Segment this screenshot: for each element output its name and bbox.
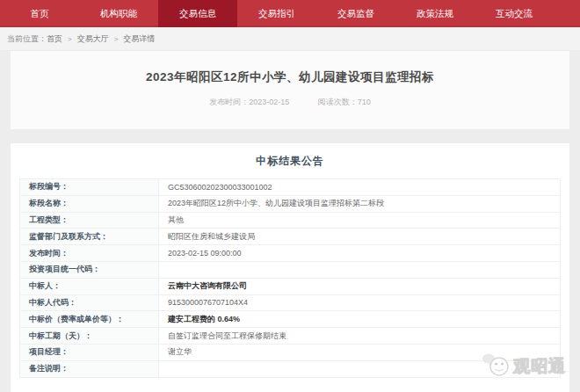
publish-time-value: 2023-02-15 [249, 98, 289, 106]
table-row: 中标人： 云南中大咨询有限公司 [20, 278, 561, 294]
table-row: 监督部门及联系方式： 昭阳区住房和城乡建设局 [20, 229, 561, 245]
nav-item-interaction[interactable]: 互动交流 [475, 0, 554, 27]
page: 首页 机构职能 交易信息 交易指引 交易监督 政策法规 互动交流 当前位置： 首… [0, 0, 580, 392]
read-count-label: 阅读次数： [318, 98, 358, 106]
table-row: 备注说明： [20, 360, 561, 377]
row-label: 项目经理： [20, 344, 159, 360]
breadcrumb-separator: > [68, 35, 72, 43]
table-row: 发布时间： 2023-02-15 09:00:00 [20, 245, 561, 262]
row-value [159, 360, 561, 377]
nav-item-home[interactable]: 首页 [0, 0, 79, 27]
breadcrumb-item-trade-hall[interactable]: 交易大厅 [77, 33, 109, 45]
table-row: 投资项目统一代码： [20, 261, 561, 278]
table-row: 工程类型： 其他 [20, 212, 561, 229]
row-label: 标段名称： [20, 195, 159, 212]
breadcrumb-separator: > [114, 35, 119, 43]
row-value: 9153000076707104X4 [159, 294, 561, 311]
table-row: 中标价（费率或单价等）： 建安工程费的 0.64% [20, 311, 561, 328]
breadcrumb-item-trade-detail: 交易详情 [123, 33, 155, 45]
row-value: 建安工程费的 0.64% [159, 311, 561, 328]
row-label: 中标人： [20, 278, 159, 294]
row-value [159, 261, 561, 278]
publish-time-label: 发布时间： [209, 98, 249, 106]
read-count: 阅读次数：710 [318, 97, 371, 108]
row-value: 2023年昭阳区12所中小学、幼儿园建设项目监理招标第二标段 [159, 195, 561, 212]
table-row: 中标人代码： 9153000076707104X4 [20, 294, 561, 311]
nav-item-trade-info[interactable]: 交易信息 [158, 0, 237, 27]
article-header: 2023年昭阳区12所中小学、幼儿园建设项目监理招标 发布时间：2023-02-… [11, 51, 569, 129]
publish-time: 发布时间：2023-02-15 [209, 97, 289, 108]
table-row: 标段编号： GC530600202300033001002 [20, 179, 561, 196]
row-label: 中标人代码： [20, 294, 159, 311]
row-label: 监督部门及联系方式： [20, 229, 159, 245]
row-value: 自签订监理合同至工程保修期结束 [159, 328, 561, 345]
announcement-heading: 中标结果公告 [19, 154, 561, 168]
spacer-band [11, 129, 569, 143]
announcement-card: 中标结果公告 标段编号： GC530600202300033001002 标段名… [11, 143, 569, 392]
row-label: 工程类型： [20, 212, 159, 229]
nav-item-trade-supervision[interactable]: 交易监督 [316, 0, 395, 27]
breadcrumb-prefix: 当前位置： [7, 33, 47, 45]
row-value: 2023-02-15 09:00:00 [159, 245, 561, 262]
row-label: 投资项目统一代码： [20, 261, 159, 278]
row-label: 中标工期（天）： [20, 328, 159, 345]
breadcrumb: 当前位置： 首页 > 交易大厅 > 交易详情 [0, 27, 580, 51]
row-label: 备注说明： [20, 360, 159, 377]
row-label: 标段编号： [20, 179, 159, 196]
table-row: 中标工期（天）： 自签订监理合同至工程保修期结束 [20, 328, 561, 345]
bid-result-table: 标段编号： GC530600202300033001002 标段名称： 2023… [19, 178, 561, 378]
row-value: 谢立华 [159, 344, 561, 360]
read-count-value: 710 [358, 98, 371, 106]
table-row: 标段名称： 2023年昭阳区12所中小学、幼儿园建设项目监理招标第二标段 [20, 195, 561, 212]
row-label: 中标价（费率或单价等）： [20, 311, 159, 328]
nav-item-functions[interactable]: 机构职能 [79, 0, 158, 27]
row-value: 其他 [159, 212, 561, 229]
table-row: 项目经理： 谢立华 [20, 344, 561, 360]
page-title: 2023年昭阳区12所中小学、幼儿园建设项目监理招标 [11, 69, 569, 85]
top-nav: 首页 机构职能 交易信息 交易指引 交易监督 政策法规 互动交流 [0, 0, 580, 27]
breadcrumb-item-home[interactable]: 首页 [47, 33, 62, 45]
nav-item-policies[interactable]: 政策法规 [395, 0, 475, 27]
row-label: 发布时间： [20, 245, 159, 262]
row-value: GC530600202300033001002 [159, 179, 561, 196]
nav-item-trade-guide[interactable]: 交易指引 [237, 0, 316, 27]
row-value: 云南中大咨询有限公司 [159, 278, 561, 294]
article-meta: 发布时间：2023-02-15 阅读次数：710 [11, 97, 569, 108]
row-value: 昭阳区住房和城乡建设局 [159, 229, 561, 245]
